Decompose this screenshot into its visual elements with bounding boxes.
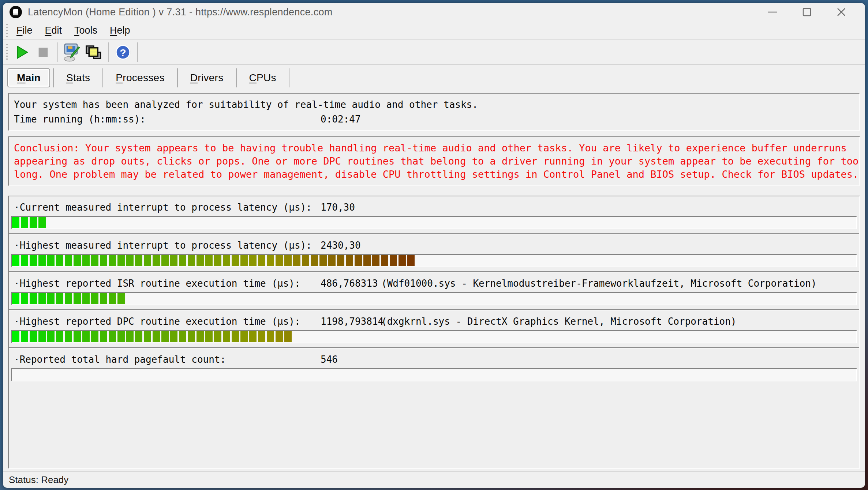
measurements-panel: ·Current measured interrupt to process l… [8, 196, 860, 469]
tab-separator [177, 68, 178, 87]
start-monitor-button[interactable] [11, 42, 33, 63]
measurement-note [381, 240, 854, 251]
latency-bar [11, 216, 857, 229]
options-button[interactable] [62, 42, 83, 63]
measurement-value: 170,30 [321, 201, 381, 213]
measurement-note [381, 354, 854, 365]
measurement-value: 546 [321, 354, 381, 365]
measurement-row-pagefaults: ·Reported total hard pagefault count: 54… [9, 348, 859, 381]
app-logo-icon [10, 6, 22, 18]
measurement-note: (Wdf01000.sys - Kernelmodustreiber-Frame… [381, 278, 854, 289]
main-content: Your system has been analyzed for suitab… [3, 91, 865, 471]
measurement-row-dpc-time: ·Highest reported DPC routine execution … [9, 310, 859, 348]
time-running-label: Time running (h:mm:ss): [14, 112, 321, 127]
stop-icon [35, 44, 51, 60]
conclusion-line: long. One problem may be related to powe… [14, 168, 854, 181]
tab-drivers[interactable]: Drivers [181, 68, 233, 87]
svg-text:?: ? [120, 47, 126, 59]
play-icon [14, 44, 30, 60]
latencymon-window: LatencyMon (Home Edition ) v 7.31 - http… [3, 3, 865, 488]
tab-separator [102, 68, 103, 87]
measurement-note [381, 201, 854, 213]
analysis-panel: Your system has been analyzed for suitab… [8, 93, 860, 131]
toolbar-gripper [6, 44, 8, 61]
toolbar-separator [57, 42, 58, 62]
status-bar: Status: Ready [3, 471, 865, 488]
tab-separator [53, 68, 54, 87]
title-bar: LatencyMon (Home Edition ) v 7.31 - http… [3, 3, 865, 21]
analysis-summary-text: Your system has been analyzed for suitab… [14, 97, 478, 112]
measurement-note: (dxgkrnl.sys - DirectX Graphics Kernel, … [381, 316, 854, 327]
measurement-value: 2430,30 [321, 240, 381, 251]
question-mark-icon: ? [114, 44, 132, 61]
menu-bar: File Edit Tools Help [3, 21, 865, 40]
tab-cpus[interactable]: CPUs [240, 68, 286, 87]
maximize-button[interactable] [798, 4, 816, 20]
toolbar-separator [137, 42, 138, 62]
measurement-label: ·Reported total hard pagefault count: [14, 354, 321, 365]
analysis-summary: Your system has been analyzed for suitab… [14, 97, 854, 112]
copy-pages-icon [85, 43, 103, 61]
window-title: LatencyMon (Home Edition ) v 7.31 - http… [28, 7, 333, 18]
menu-tools[interactable]: Tools [69, 23, 102, 38]
stop-monitor-button[interactable] [33, 42, 54, 63]
latency-bar [11, 254, 857, 267]
menubar-gripper [6, 24, 8, 37]
measurement-label: ·Highest measured interrupt to process l… [14, 240, 321, 251]
tab-strip: Main Stats Processes Drivers CPUs [3, 65, 865, 91]
latency-bar [11, 292, 857, 305]
help-button[interactable]: ? [112, 42, 134, 63]
status-text: Status: Ready [9, 474, 68, 486]
window-controls [763, 4, 865, 20]
measurement-row-current-latency: ·Current measured interrupt to process l… [9, 196, 859, 234]
tab-separator [289, 68, 289, 87]
conclusion-panel: Conclusion: Your system appears to be ha… [8, 136, 860, 186]
measurement-value: 1198,793814 [321, 316, 381, 327]
close-button[interactable] [832, 4, 850, 20]
conclusion-line: appearing as drop outs, clicks or pops. … [14, 155, 854, 168]
toolbar: ? [3, 40, 865, 65]
monitor-pen-icon [63, 43, 82, 62]
measurement-value: 486,768313 [321, 278, 381, 289]
time-running-value: 0:02:47 [321, 112, 361, 127]
tab-separator [236, 68, 237, 87]
minimize-button[interactable] [763, 4, 782, 20]
menu-help[interactable]: Help [105, 23, 135, 38]
tab-stats[interactable]: Stats [57, 68, 100, 87]
measurement-row-highest-latency: ·Highest measured interrupt to process l… [9, 234, 859, 272]
menu-edit[interactable]: Edit [40, 23, 67, 38]
measurement-label: ·Current measured interrupt to process l… [14, 201, 321, 213]
tab-processes[interactable]: Processes [106, 68, 174, 87]
conclusion-line: Conclusion: Your system appears to be ha… [14, 142, 854, 155]
menu-file[interactable]: File [11, 23, 38, 38]
time-running-row: Time running (h:mm:ss): 0:02:47 [14, 112, 854, 127]
report-snapshot-button[interactable] [83, 42, 104, 63]
tab-main[interactable]: Main [7, 68, 50, 87]
measurement-label: ·Highest reported ISR routine execution … [14, 278, 321, 289]
latency-bar [11, 330, 857, 343]
latency-bar [11, 368, 857, 381]
measurement-label: ·Highest reported DPC routine execution … [14, 316, 321, 327]
toolbar-separator [108, 42, 109, 62]
measurement-row-isr-time: ·Highest reported ISR routine execution … [9, 272, 859, 310]
